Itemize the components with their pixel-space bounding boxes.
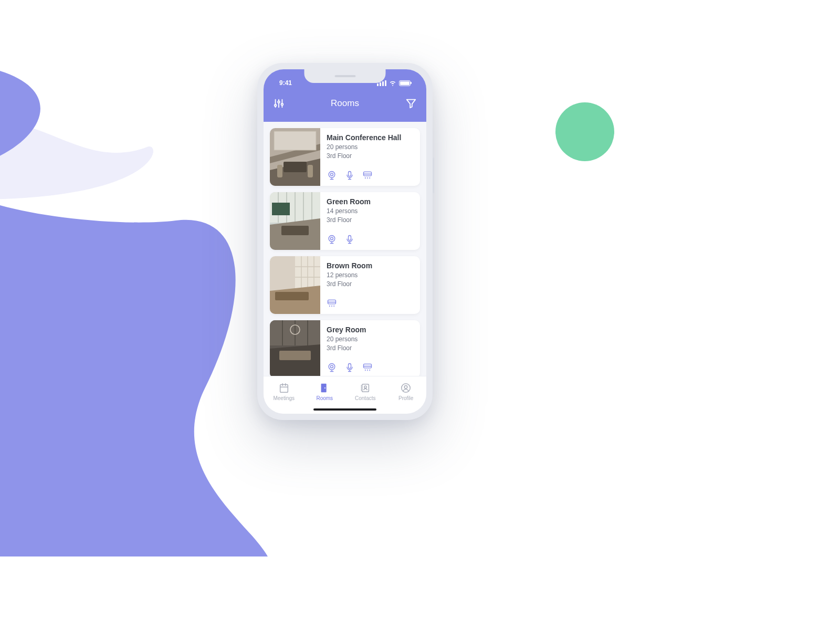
svg-point-0	[275, 104, 277, 107]
room-name: Grey Room	[327, 326, 414, 334]
tab-rooms[interactable]: Rooms	[304, 376, 345, 406]
room-card[interactable]: Green Room 14 persons 3rd Floor	[270, 192, 420, 250]
phone-notch	[304, 69, 386, 83]
room-floor: 3rd Floor	[327, 152, 414, 160]
settings-sliders-icon[interactable]	[273, 98, 285, 109]
svg-rect-22	[272, 203, 290, 215]
tab-label: Profile	[398, 395, 413, 401]
svg-rect-50	[280, 384, 288, 392]
room-thumbnail	[270, 192, 320, 250]
status-time: 9:41	[279, 79, 292, 87]
tab-meetings[interactable]: Meetings	[264, 376, 304, 406]
svg-rect-44	[279, 351, 311, 360]
svg-rect-6	[274, 131, 316, 150]
room-name: Main Conference Hall	[327, 133, 414, 142]
room-capacity: 12 persons	[327, 271, 414, 279]
room-card[interactable]: Brown Room 12 persons 3rd Floor	[270, 256, 420, 314]
room-floor: 3rd Floor	[327, 280, 414, 288]
home-indicator	[313, 408, 376, 411]
room-capacity: 14 persons	[327, 207, 414, 215]
svg-point-1	[278, 101, 280, 103]
microphone-icon	[344, 170, 355, 181]
room-card[interactable]: Main Conference Hall 20 persons 3rd Floo…	[270, 128, 420, 186]
tab-profile[interactable]: Profile	[386, 376, 427, 406]
svg-rect-10	[308, 165, 313, 177]
svg-point-26	[331, 237, 333, 240]
room-floor: 3rd Floor	[327, 216, 414, 224]
svg-point-53	[364, 386, 366, 388]
svg-point-46	[329, 364, 335, 370]
door-icon	[319, 382, 330, 394]
room-thumbnail	[270, 320, 320, 378]
svg-point-55	[405, 385, 408, 388]
svg-rect-27	[349, 236, 351, 240]
rooms-list: Main Conference Hall 20 persons 3rd Floo…	[264, 122, 426, 384]
svg-rect-9	[277, 165, 282, 177]
svg-rect-36	[275, 292, 309, 300]
microphone-icon	[344, 362, 355, 373]
page-title: Rooms	[331, 98, 359, 109]
svg-rect-13	[349, 172, 351, 176]
ac-icon	[327, 298, 337, 309]
profile-icon	[400, 382, 412, 394]
room-card[interactable]: Grey Room 20 persons 3rd Floor	[270, 320, 420, 378]
svg-point-12	[331, 173, 333, 176]
nav-bar: Rooms	[273, 90, 417, 117]
calendar-icon	[278, 382, 290, 394]
webcam-icon	[327, 170, 337, 181]
svg-point-51	[324, 387, 326, 388]
svg-point-47	[331, 365, 333, 368]
svg-rect-48	[349, 364, 351, 369]
ac-icon	[362, 170, 373, 181]
svg-marker-43	[270, 344, 320, 378]
room-floor: 3rd Floor	[327, 344, 414, 352]
microphone-icon	[344, 234, 355, 245]
svg-rect-8	[284, 162, 307, 172]
contacts-icon	[360, 382, 371, 394]
tab-label: Contacts	[355, 395, 375, 401]
room-name: Green Room	[327, 197, 414, 206]
webcam-icon	[327, 362, 337, 373]
svg-rect-24	[281, 226, 309, 235]
tab-contacts[interactable]: Contacts	[345, 376, 386, 406]
room-capacity: 20 persons	[327, 335, 414, 343]
room-capacity: 20 persons	[327, 143, 414, 151]
wifi-icon	[389, 79, 396, 87]
room-name: Brown Room	[327, 261, 414, 270]
svg-point-11	[329, 172, 335, 178]
battery-icon	[399, 80, 411, 86]
phone-mockup: 9:41 Rooms	[257, 63, 433, 420]
svg-point-2	[281, 103, 284, 106]
svg-point-54	[402, 383, 411, 392]
tab-label: Meetings	[273, 395, 295, 401]
decor-circle-green	[555, 102, 614, 161]
ac-icon	[362, 362, 373, 373]
tab-bar: Meetings Rooms Contacts Profile	[264, 376, 426, 414]
phone-screen: 9:41 Rooms	[264, 69, 426, 414]
room-thumbnail	[270, 256, 320, 314]
room-thumbnail	[270, 128, 320, 186]
webcam-icon	[327, 234, 337, 245]
filter-funnel-icon[interactable]	[405, 98, 417, 109]
svg-point-25	[329, 236, 335, 242]
tab-label: Rooms	[316, 395, 333, 401]
